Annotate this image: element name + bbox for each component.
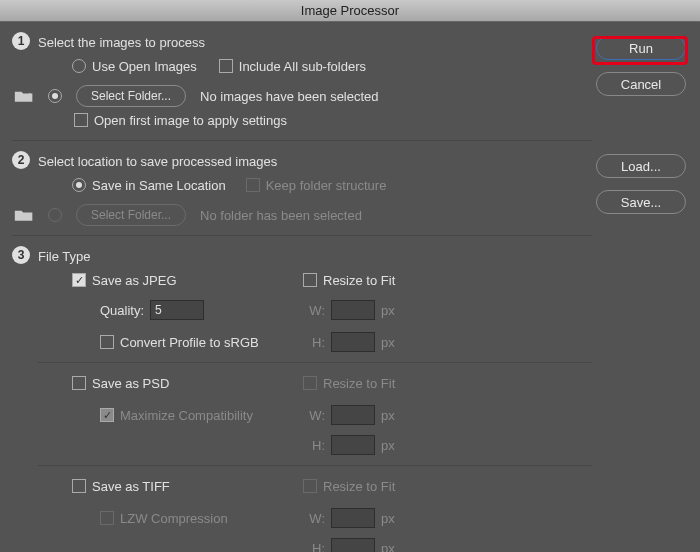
section-select-images: 1 Select the images to process Use Open … [12,30,592,141]
label-quality: Quality: [100,303,144,318]
run-button[interactable]: Run [596,36,686,60]
label-h-jpeg: H: [303,335,325,350]
step-badge-3: 3 [12,246,30,264]
label-keep-folder-structure: Keep folder structure [266,178,387,193]
label-w-tiff: W: [303,511,325,526]
label-px-h-psd: px [381,438,395,453]
checkbox-open-first-image[interactable] [74,113,88,127]
label-open-first-image: Open first image to apply settings [94,113,287,128]
checkbox-resize-tiff [303,479,317,493]
checkbox-lzw [100,511,114,525]
label-include-subfolders: Include All sub-folders [239,59,366,74]
label-save-tiff: Save as TIFF [92,479,170,494]
checkbox-resize-psd [303,376,317,390]
radio-select-folder-source[interactable] [48,89,62,103]
section-save-location: 2 Select location to save processed imag… [12,149,592,236]
checkbox-save-tiff[interactable] [72,479,86,493]
label-use-open-images: Use Open Images [92,59,197,74]
label-w-jpeg: W: [303,303,325,318]
checkbox-resize-jpeg[interactable] [303,273,317,287]
label-w-psd: W: [303,408,325,423]
input-w-psd [331,405,375,425]
divider-2 [38,465,592,466]
button-column: Run Cancel Load... Save... [596,36,686,226]
checkbox-convert-srgb[interactable] [100,335,114,349]
checkbox-save-psd[interactable] [72,376,86,390]
label-convert-srgb: Convert Profile to sRGB [120,335,259,350]
folder-save-icon [14,207,34,223]
label-save-jpeg: Save as JPEG [92,273,177,288]
checkbox-include-subfolders[interactable] [219,59,233,73]
step-badge-1: 1 [12,32,30,50]
window-titlebar: Image Processor [0,0,700,22]
label-h-tiff: H: [303,541,325,553]
divider-1 [38,362,592,363]
step-badge-2: 2 [12,151,30,169]
select-source-folder-button[interactable]: Select Folder... [76,85,186,107]
section-file-type: 3 File Type Save as JPEG Quality: [12,244,592,552]
label-save-same-location: Save in Same Location [92,178,226,193]
input-h-jpeg [331,332,375,352]
input-w-tiff [331,508,375,528]
label-resize-jpeg: Resize to Fit [323,273,395,288]
checkbox-maximize-compat [100,408,114,422]
step2-heading: Select location to save processed images [38,149,592,173]
label-px-w-jpeg: px [381,303,395,318]
label-save-psd: Save as PSD [92,376,169,391]
input-quality[interactable] [150,300,204,320]
input-h-psd [331,435,375,455]
label-resize-psd: Resize to Fit [323,376,395,391]
folder-arrow-icon [14,88,34,104]
checkbox-save-jpeg[interactable] [72,273,86,287]
label-no-folder-selected: No folder has been selected [200,208,362,223]
label-maximize-compat: Maximize Compatibility [120,408,253,423]
label-lzw: LZW Compression [120,511,228,526]
label-px-w-psd: px [381,408,395,423]
select-dest-folder-button[interactable]: Select Folder... [76,204,186,226]
label-px-h-jpeg: px [381,335,395,350]
radio-select-folder-dest[interactable] [48,208,62,222]
save-button[interactable]: Save... [596,190,686,214]
step3-heading: File Type [38,244,592,268]
label-px-w-tiff: px [381,511,395,526]
radio-save-same-location[interactable] [72,178,86,192]
load-button[interactable]: Load... [596,154,686,178]
input-w-jpeg [331,300,375,320]
cancel-button[interactable]: Cancel [596,72,686,96]
dialog-body: Run Cancel Load... Save... 1 Select the … [0,22,700,552]
checkbox-keep-folder-structure [246,178,260,192]
label-h-psd: H: [303,438,325,453]
radio-use-open-images[interactable] [72,59,86,73]
label-no-images-selected: No images have been selected [200,89,379,104]
step1-heading: Select the images to process [38,30,592,54]
label-resize-tiff: Resize to Fit [323,479,395,494]
label-px-h-tiff: px [381,541,395,553]
input-h-tiff [331,538,375,552]
